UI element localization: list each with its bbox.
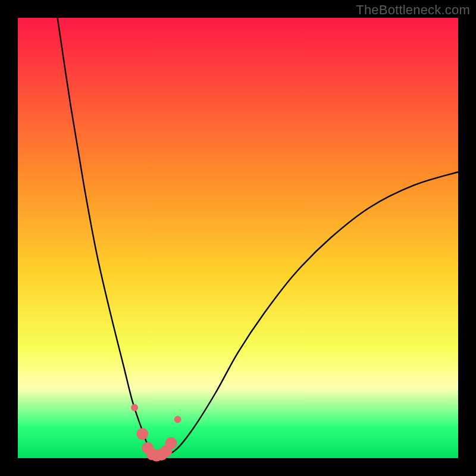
plot-area <box>18 18 458 458</box>
marker-group <box>131 404 181 462</box>
marker-dot <box>136 428 148 440</box>
bottleneck-curve-path <box>58 18 458 456</box>
outer-frame: TheBottleneck.com <box>0 0 476 476</box>
marker-dot <box>131 404 138 411</box>
marker-dot <box>165 437 177 449</box>
marker-dot <box>174 416 181 423</box>
watermark-text: TheBottleneck.com <box>356 2 470 18</box>
chart-svg <box>18 18 458 458</box>
